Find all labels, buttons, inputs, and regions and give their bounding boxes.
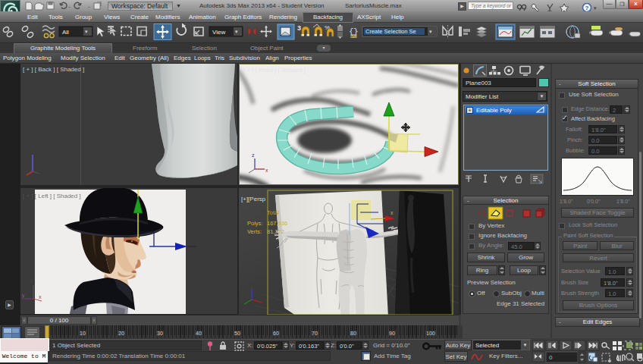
svg-text:-: - (68, 3, 71, 10)
svg-text:[ + ] [ Front ] [ Shaded ]: [ + ] [ Front ] [ Shaded ] (243, 67, 306, 74)
svg-text:167,936: 167,936 (267, 220, 287, 227)
svg-text:▾: ▾ (429, 29, 432, 34)
svg-text:Total: Total (267, 209, 279, 216)
svg-text:⌨: ⌨ (350, 34, 357, 39)
svg-text:x: x (391, 210, 394, 215)
svg-text:View: View (212, 29, 225, 36)
svg-text:▾: ▾ (235, 29, 238, 34)
svg-text:▾: ▾ (85, 29, 88, 34)
svg-text:3: 3 (297, 24, 301, 32)
svg-text:x: x (39, 294, 42, 300)
svg-text:0: 0 (549, 354, 553, 361)
svg-text:z: z (30, 278, 33, 284)
svg-text:z: z (252, 152, 255, 158)
svg-text:Polys:: Polys: (247, 220, 262, 227)
svg-text:x: x (265, 168, 268, 173)
svg-text:-: - (88, 3, 90, 10)
svg-text:y: y (22, 293, 25, 299)
svg-text:All: All (62, 29, 69, 36)
svg-text:▾: ▾ (594, 5, 597, 11)
svg-text:[ + ] [ Left ] [ Shaded ]: [ + ] [ Left ] [ Shaded ] (23, 193, 81, 199)
svg-text:Verts:: Verts: (247, 228, 262, 235)
svg-text:[+][Persp: [+][Persp (241, 196, 266, 202)
svg-text:Create Selection Se: Create Selection Se (365, 28, 416, 35)
svg-text:81,272: 81,272 (267, 228, 284, 235)
svg-text:?: ? (585, 5, 589, 11)
